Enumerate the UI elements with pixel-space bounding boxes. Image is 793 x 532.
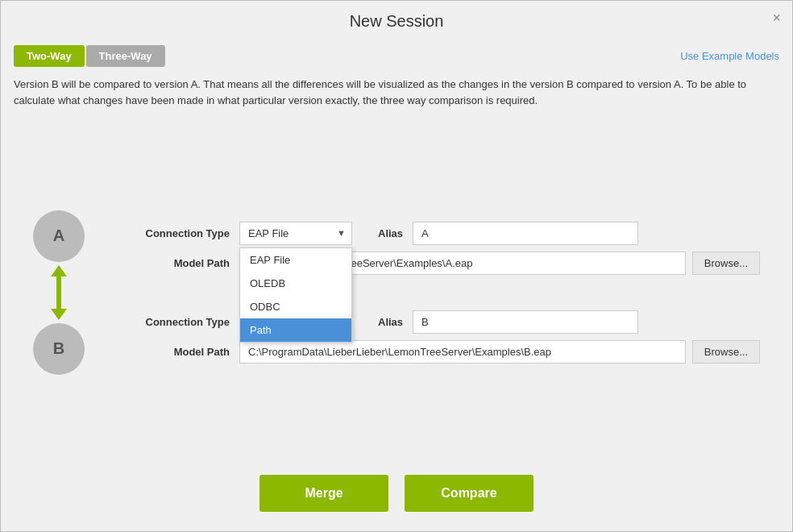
alias-label-a: Alias — [378, 227, 403, 239]
use-example-models-link[interactable]: Use Example Models — [680, 50, 779, 62]
arrow-down — [51, 265, 67, 320]
dropdown-item-eap-file[interactable]: EAP File — [240, 248, 351, 272]
connection-type-select-a[interactable]: EAP File OLEDB ODBC Path — [239, 222, 352, 245]
model-a-section: Connection Type EAP File OLEDB ODBC Path… — [133, 222, 760, 275]
browse-button-b[interactable]: Browse... — [692, 340, 760, 364]
model-path-label-b: Model Path — [133, 346, 230, 358]
dropdown-item-path[interactable]: Path — [240, 318, 351, 342]
description-text: Version B will be compared to version A.… — [1, 70, 792, 121]
model-b-section: Connection Type EAP File OLEDB ODBC Path… — [133, 310, 760, 364]
merge-button[interactable]: Merge — [259, 475, 388, 512]
model-a-path-row: Model Path Browse... — [133, 251, 760, 275]
diagram: A B — [33, 210, 85, 375]
model-path-label-a: Model Path — [133, 257, 230, 269]
connection-type-label-b: Connection Type — [133, 316, 230, 328]
path-row-b: Browse... — [239, 340, 760, 364]
tabs-container: Two-Way Three-Way — [14, 45, 165, 67]
close-button[interactable]: × — [772, 10, 781, 25]
dropdown-item-odbc[interactable]: ODBC — [240, 295, 351, 318]
arrow-shaft — [56, 276, 61, 309]
arrow-head-down — [51, 309, 67, 320]
footer: Merge Compare — [1, 455, 792, 531]
node-b: B — [33, 323, 85, 375]
browse-button-a[interactable]: Browse... — [692, 251, 760, 275]
new-session-dialog: New Session × Two-Way Three-Way Use Exam… — [0, 0, 793, 532]
alias-input-a[interactable] — [413, 222, 638, 245]
tab-three-way[interactable]: Three-Way — [86, 45, 165, 67]
model-b-connection-row: Connection Type EAP File OLEDB ODBC Path… — [133, 310, 760, 334]
model-b-path-row: Model Path Browse... — [133, 340, 760, 364]
compare-button[interactable]: Compare — [405, 475, 534, 512]
model-path-input-b[interactable] — [239, 340, 686, 364]
alias-label-b: Alias — [378, 316, 403, 328]
alias-input-b[interactable] — [413, 310, 638, 334]
dropdown-overlay-a: EAP File OLEDB ODBC Path — [239, 247, 352, 343]
arrow-head-up — [51, 265, 67, 276]
connection-type-label-a: Connection Type — [133, 227, 230, 239]
dialog-header: New Session × — [1, 1, 792, 39]
form-area: Connection Type EAP File OLEDB ODBC Path… — [133, 222, 760, 364]
model-a-connection-row: Connection Type EAP File OLEDB ODBC Path… — [133, 222, 760, 245]
tab-two-way[interactable]: Two-Way — [14, 45, 85, 67]
dialog-title: New Session — [350, 12, 444, 31]
dropdown-item-oledb[interactable]: OLEDB — [240, 272, 351, 295]
node-a: A — [33, 210, 85, 262]
spacer — [133, 291, 760, 294]
main-content: A B Connection Type EAP File OLE — [1, 121, 792, 455]
connection-type-select-wrapper-a: EAP File OLEDB ODBC Path ▼ EAP File OLED… — [239, 222, 352, 245]
tab-bar: Two-Way Three-Way Use Example Models — [1, 39, 792, 70]
